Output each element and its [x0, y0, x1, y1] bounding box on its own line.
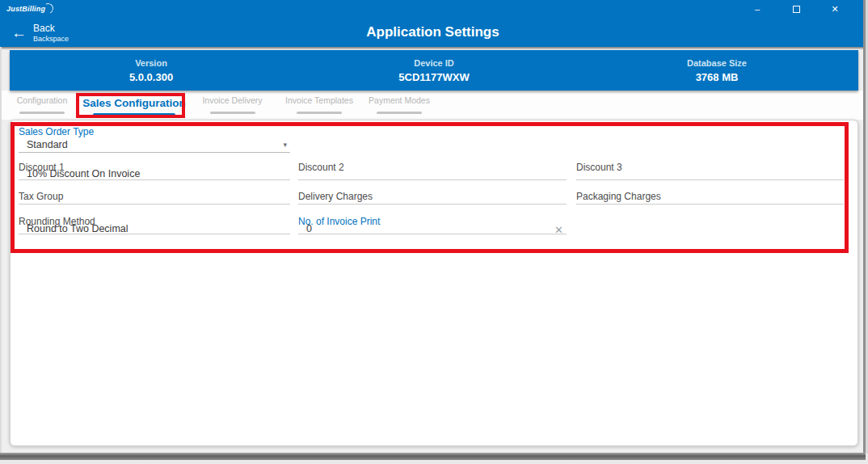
- discount-1-input[interactable]: [19, 170, 290, 180]
- tab-invoice-delivery[interactable]: Invoice Delivery: [186, 95, 279, 114]
- delivery-charges-field: Delivery Charges: [298, 191, 567, 210]
- device-id-label: Device ID: [414, 58, 454, 68]
- database-size-info: Database Size 3768 MB: [575, 50, 858, 91]
- back-shortcut-label: Backspace: [33, 35, 69, 43]
- chevron-down-icon[interactable]: ▾: [283, 141, 287, 149]
- tab-underline: [19, 112, 65, 114]
- back-button[interactable]: ← Back Backspace: [8, 19, 69, 45]
- tab-underline: [210, 112, 255, 114]
- sales-configuration-panel: Sales Order Type Standard ▾ Discount 1 D…: [10, 120, 858, 446]
- page-title: Application Settings: [0, 24, 866, 40]
- maximize-icon: [793, 6, 800, 13]
- application-window: JustBilling – ✕ ← Back Backspace Applica…: [0, 0, 868, 464]
- info-bar: Version 5.0.0.300 Device ID 5CD1177WXW D…: [10, 50, 858, 91]
- tax-group-field: Tax Group: [19, 191, 290, 210]
- settings-tabs: Configuration Sales Configuration Invoic…: [2, 91, 863, 120]
- tax-group-input[interactable]: [19, 197, 290, 205]
- delivery-charges-input[interactable]: [298, 197, 567, 205]
- discount-2-input[interactable]: [298, 170, 567, 180]
- version-value: 5.0.0.300: [129, 71, 173, 83]
- discount-1-field: Discount 1: [19, 162, 290, 186]
- sales-order-type-label: Sales Order Type: [19, 126, 94, 137]
- rounding-method-input[interactable]: [19, 225, 290, 234]
- window-controls: – ✕: [738, 0, 854, 18]
- window-frame-bottom: [0, 453, 866, 460]
- discount-3-input[interactable]: [576, 170, 844, 180]
- packaging-charges-input[interactable]: [576, 197, 844, 205]
- sales-order-type-field: Sales Order Type Standard ▾: [19, 126, 290, 162]
- database-size-value: 3768 MB: [696, 71, 739, 83]
- rounding-method-field: Rounding Method: [19, 216, 290, 240]
- no-of-invoice-print-field: No. of Invoice Print ✕: [298, 216, 567, 240]
- minimize-button[interactable]: –: [738, 0, 777, 18]
- back-label: Back: [33, 23, 69, 35]
- device-id-value: 5CD1177WXW: [398, 71, 469, 83]
- packaging-charges-field: Packaging Charges: [576, 191, 844, 210]
- version-info: Version 5.0.0.300: [10, 50, 293, 91]
- tab-payment-modes[interactable]: Payment Modes: [360, 95, 439, 114]
- no-of-invoice-print-input[interactable]: [298, 225, 567, 234]
- close-icon: ✕: [831, 4, 838, 15]
- sales-order-type-value: Standard: [27, 139, 68, 150]
- justbilling-logo: JustBilling: [6, 5, 53, 13]
- tab-underline: [377, 112, 422, 114]
- back-arrow-icon: ←: [11, 21, 27, 45]
- window-frame-left: [0, 47, 2, 453]
- tab-configuration[interactable]: Configuration: [2, 95, 82, 114]
- discount-3-field: Discount 3: [576, 162, 844, 186]
- discount-2-field: Discount 2: [298, 162, 567, 186]
- minimize-icon: –: [755, 4, 760, 14]
- tab-underline-active: [93, 113, 175, 116]
- tab-invoice-templates[interactable]: Invoice Templates: [279, 95, 360, 114]
- close-button[interactable]: ✕: [815, 0, 854, 18]
- app-header: ← Back Backspace Application Settings: [0, 18, 866, 47]
- title-bar: JustBilling – ✕: [0, 0, 866, 18]
- device-id-info: Device ID 5CD1177WXW: [293, 50, 575, 91]
- clear-input-icon[interactable]: ✕: [554, 224, 563, 236]
- database-size-label: Database Size: [687, 58, 747, 68]
- sales-order-type-dropdown[interactable]: Standard ▾: [19, 139, 290, 153]
- maximize-button[interactable]: [777, 0, 815, 18]
- tab-sales-configuration[interactable]: Sales Configuration: [82, 95, 186, 116]
- version-label: Version: [135, 58, 167, 68]
- tab-underline: [297, 112, 342, 114]
